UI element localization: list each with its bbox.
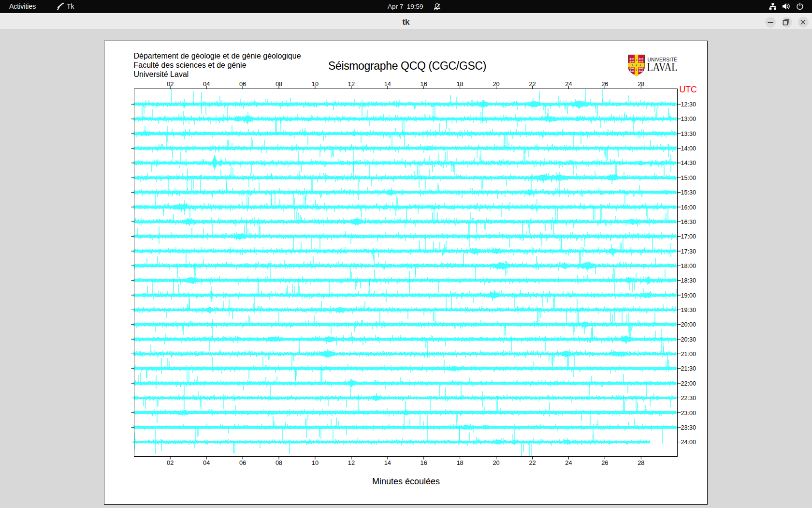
svg-text:16:30: 16:30 [681,219,696,225]
svg-text:08: 08 [276,80,282,88]
svg-text:15:30: 15:30 [681,189,696,196]
svg-text:20: 20 [493,80,499,88]
svg-text:20:30: 20:30 [681,336,696,343]
svg-text:24: 24 [565,459,572,466]
svg-text:22:30: 22:30 [681,395,696,402]
svg-text:18:30: 18:30 [681,277,696,284]
svg-text:10: 10 [312,80,319,88]
svg-text:16:00: 16:00 [681,204,696,211]
svg-text:20:00: 20:00 [681,321,696,328]
svg-text:10: 10 [312,459,319,466]
svg-text:Minutes écoulées: Minutes écoulées [372,477,440,486]
svg-text:24: 24 [565,80,572,88]
svg-text:20: 20 [493,459,499,466]
svg-text:17:30: 17:30 [681,248,696,255]
svg-text:23:00: 23:00 [681,410,696,417]
svg-text:16: 16 [420,80,427,88]
svg-text:Séismographe QCQ (CGC/GSC): Séismographe QCQ (CGC/GSC) [328,60,486,72]
svg-text:15:00: 15:00 [681,175,696,181]
svg-text:12: 12 [348,80,355,88]
svg-text:16: 16 [420,459,427,466]
svg-text:26: 26 [601,80,608,88]
svg-text:12:30: 12:30 [681,101,696,108]
svg-text:14:00: 14:00 [681,145,696,152]
svg-text:26: 26 [601,459,608,466]
svg-text:19:30: 19:30 [681,307,696,314]
svg-text:08: 08 [276,459,282,466]
svg-text:22:00: 22:00 [681,380,696,387]
svg-text:18:00: 18:00 [681,263,696,269]
svg-text:28: 28 [638,80,644,88]
svg-text:04: 04 [203,80,210,88]
svg-text:14:30: 14:30 [681,160,696,166]
svg-text:22: 22 [529,459,536,466]
svg-text:21:30: 21:30 [681,365,696,372]
svg-text:04: 04 [203,459,210,466]
svg-text:06: 06 [239,459,246,466]
svg-text:14: 14 [384,80,391,88]
svg-text:17:00: 17:00 [681,233,696,240]
svg-text:28: 28 [638,459,644,466]
svg-text:02: 02 [167,80,174,88]
svg-text:14: 14 [384,459,391,466]
svg-text:23:30: 23:30 [681,424,696,431]
svg-text:Département de géologie et de: Département de géologie et de génie géol… [134,52,301,60]
svg-text:22: 22 [529,80,536,88]
svg-text:06: 06 [239,80,246,88]
svg-text:Faculté des sciences et de gén: Faculté des sciences et de génie [134,61,246,69]
svg-text:24:00: 24:00 [681,439,696,446]
svg-text:13:30: 13:30 [681,131,696,137]
svg-text:Université Laval: Université Laval [134,70,189,78]
svg-text:UTC: UTC [680,85,697,94]
svg-text:19:00: 19:00 [681,292,696,299]
svg-text:13:00: 13:00 [681,116,696,122]
svg-text:LAVAL: LAVAL [647,60,678,74]
svg-text:21:00: 21:00 [681,351,696,358]
svg-text:02: 02 [167,459,174,466]
svg-text:18: 18 [456,80,463,88]
svg-text:12: 12 [348,459,355,466]
svg-text:18: 18 [456,459,463,466]
